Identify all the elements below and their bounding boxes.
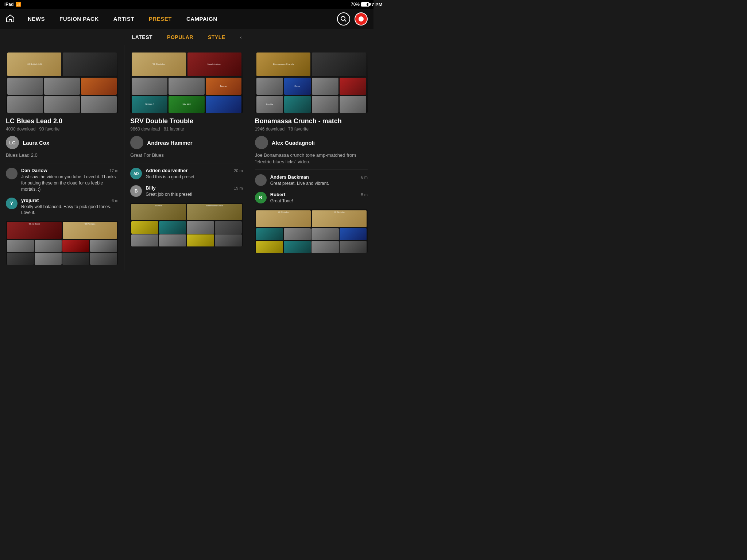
author-name-1: Laura Cox [23,140,49,146]
pedal [7,96,43,113]
mini-amp-unit: '69 Plexiglas [63,222,117,239]
pedal [44,96,80,113]
column-2: '69 Plexiglas Hendrix Amp Booster TREMOL… [124,45,249,271]
preset-image-1[interactable]: '63 British J45 [6,51,118,113]
svg-point-0 [341,16,345,20]
comment-anders: Anders Backman 6 m Great preset. Live an… [255,174,368,187]
nav-preset[interactable]: PRESET [142,16,179,22]
subnav-latest[interactable]: LATEST [132,34,152,40]
pedal [169,78,204,95]
mini-pedal [187,221,214,233]
svg-line-1 [345,20,347,22]
mini-pedal [284,241,311,253]
comment-avatar-robert: R [255,192,267,203]
pedal [7,78,43,95]
pedal: Booster [206,78,241,95]
amp-unit: '63 British J45 [7,52,61,76]
preset-desc-2: Great For Blues [130,152,243,159]
nav-artist[interactable]: ARTIST [106,16,142,22]
comment-name-dan: Dan Darlow [21,168,47,173]
preset-image-3[interactable]: Bonamassa Crunch Cloner Dumble [255,51,368,113]
preset-desc-3: Joe Bonamassa crunch tone amp-matched fr… [255,152,368,165]
pedal [44,78,80,95]
mini-pedal [7,253,34,265]
preset-title-2: SRV Double Trouble [130,117,243,125]
pedal: Dumble [256,96,283,113]
comment-header-adrien: Adrien deurveilher 20 m [146,168,243,173]
pedal [340,96,366,113]
record-button[interactable] [355,12,368,26]
mini-amp-unit: '69 Plexiglas [256,210,311,227]
comment-body-dan: Dan Darlow 17 m Just saw the video on yo… [21,168,118,192]
comment-body-robert: Robert 5 m Great Tone! [270,192,368,204]
bottom-preset-3[interactable]: '69 Plexiglas '69 Plexiglas [255,209,368,253]
preset-stats-2: 9860 download 81 favorite [130,127,243,132]
comment-billy: B Billy 19 m Great job on this preset! [130,185,243,198]
comment-time-anders: 6 m [361,175,368,179]
comment-header-yrdjuret: yrdjuret 6 m [21,198,118,203]
mini-pedal [35,253,62,265]
mini-amp-unit: Kehrwieder Dumble [187,204,242,221]
nav-links: NEWS FUSION PACK ARTIST PRESET CAMPAIGN [20,16,337,22]
search-button[interactable] [337,12,350,26]
comment-time-billy: 19 m [234,186,243,190]
author-avatar-1: LC [6,136,19,149]
mini-pedal [256,241,283,253]
bottom-preset-1[interactable]: '66 AC Boost '69 Plexiglas [6,221,118,265]
amp-unit: '69 Plexiglas [132,52,186,76]
amp-unit [63,52,117,76]
subnav-popular[interactable]: POPULAR [167,34,193,40]
mini-pedal [7,240,34,252]
pedal [81,96,117,113]
mini-pedal [35,240,62,252]
preset-image-2[interactable]: '69 Plexiglas Hendrix Amp Booster TREMOL… [130,51,243,113]
subnav-style[interactable]: STYLE [208,34,225,40]
mini-pedal [215,221,242,233]
subnav-more[interactable]: ‹ [240,34,242,40]
pedal [206,96,241,113]
comment-time-adrien: 20 m [234,168,243,173]
nav-campaign[interactable]: CAMPAIGN [179,16,225,22]
mini-pedal [340,241,367,253]
comment-body-yrdjuret: yrdjuret 6 m Really well balanced. Easy … [21,198,118,216]
mini-pedal [311,241,338,253]
amp-unit [312,52,366,76]
nav-fusion-pack[interactable]: FUSION PACK [52,16,106,22]
battery-percent: 70% [351,2,360,7]
nav-bar: NEWS FUSION PACK ARTIST PRESET CAMPAIGN [0,9,374,29]
main-content: '63 British J45 LC Blues Lead 2.0 4000 d… [0,45,374,271]
pedal [312,96,338,113]
nav-news[interactable]: NEWS [20,16,52,22]
comment-text-billy: Great job on this preset! [146,191,243,198]
author-row-3: Alex Guadagnoli [255,136,368,149]
status-right: 70% [351,2,369,7]
bottom-preset-2[interactable]: Dumble Kehrwieder Dumble [130,203,243,246]
wifi-icon: 📶 [16,2,21,7]
comment-dan: Dan Darlow 17 m Just saw the video on yo… [6,168,118,192]
comment-text-yrdjuret: Really well balanced. Easy to pick good … [21,204,118,216]
comment-header-dan: Dan Darlow 17 m [21,168,118,173]
comment-body-anders: Anders Backman 6 m Great preset. Live an… [270,174,368,187]
divider-3 [255,170,368,170]
comment-avatar-adrien: AD [130,168,142,179]
mini-pedal [62,253,89,265]
pedal: SRV AMP [169,96,204,113]
mini-pedal [90,240,117,252]
comment-header-anders: Anders Backman 6 m [270,174,368,180]
pedal [256,78,283,95]
mini-pedal [159,234,186,246]
pedal: Cloner [284,78,311,95]
comment-avatar-dan [6,168,18,179]
home-button[interactable] [6,14,15,24]
comment-name-anders: Anders Backman [270,174,309,180]
author-row-1: LC Laura Cox [6,136,118,149]
comment-adrien: AD Adrien deurveilher 20 m God this is a… [130,168,243,180]
comment-time-dan: 17 m [109,168,118,173]
author-avatar-3 [255,136,268,149]
column-3: Bonamassa Crunch Cloner Dumble Bonamassa… [249,45,374,271]
mini-pedal [131,221,158,233]
comment-name-billy: Billy [146,185,155,191]
comment-text-dan: Just saw the video on you tube. Loved it… [21,174,118,192]
comment-body-billy: Billy 19 m Great job on this preset! [146,185,243,198]
pedal [81,78,117,95]
